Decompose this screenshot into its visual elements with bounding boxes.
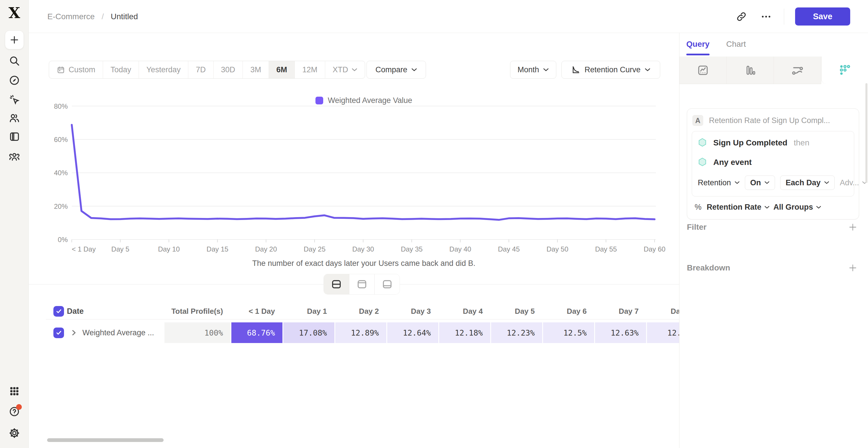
svg-text:80%: 80% [54, 102, 68, 110]
add-filter-button[interactable] [846, 221, 859, 234]
user-group-icon[interactable] [8, 150, 21, 163]
ellipsis-icon [761, 11, 772, 22]
column-header-total-profile-s[interactable]: Total Profile(s) [164, 307, 230, 316]
tab-chart[interactable]: Chart [726, 33, 746, 55]
retention-report-button[interactable] [821, 57, 868, 84]
retention-cell-day-2[interactable]: 12.89% [334, 322, 386, 343]
event-definition-card: Sign Up Completed then Any event Retenti… [692, 131, 854, 197]
expand-row-icon[interactable] [71, 329, 76, 336]
link-icon [736, 11, 747, 22]
breadcrumb-separator: / [102, 12, 104, 21]
cursor-click-icon[interactable] [8, 93, 21, 106]
more-options-button[interactable] [759, 10, 773, 24]
horizontal-scrollbar-thumb[interactable] [47, 438, 164, 442]
svg-text:Day 40: Day 40 [450, 245, 471, 253]
top-bar-view-icon [357, 279, 367, 289]
search-icon[interactable] [8, 55, 21, 67]
column-header-day-3[interactable]: Day 3 [386, 307, 438, 316]
svg-text:Day 35: Day 35 [401, 245, 423, 253]
flows-icon [791, 64, 804, 77]
chart-x-axis-caption: The number of exact days later your User… [72, 259, 656, 268]
query-panel: Query Chart A Retention Rate of S [679, 33, 868, 448]
retention-type-dropdown[interactable]: Retention [698, 178, 740, 187]
insights-icon [697, 64, 709, 76]
svg-text:Day 60: Day 60 [644, 245, 665, 253]
advanced-dropdown[interactable]: Adv... [840, 178, 867, 187]
vertical-scrollbar-thumb[interactable] [865, 83, 867, 183]
top-bar: E-Commerce / Untitled Save [29, 0, 868, 33]
users-icon[interactable] [8, 111, 21, 124]
column-header-day-8[interactable]: Day 8 [646, 307, 679, 316]
retention-cell-day-4[interactable]: 12.18% [438, 322, 490, 343]
apps-grid-icon[interactable] [8, 385, 21, 398]
mixpanel-logo[interactable]: X [0, 4, 29, 22]
retention-line-chart: 0%20%40%60%80%< 1 DayDay 5Day 10Day 15Da… [29, 33, 679, 271]
compass-icon[interactable] [8, 74, 21, 87]
breadcrumb-report-title[interactable]: Untitled [111, 12, 138, 21]
copy-link-button[interactable] [735, 10, 748, 24]
column-header-day-1[interactable]: Day 1 [282, 307, 334, 316]
save-button[interactable]: Save [795, 7, 850, 26]
breakdown-label: Breakdown [687, 263, 730, 273]
bar-chart-report-button[interactable] [727, 57, 774, 84]
retention-icon [838, 64, 851, 77]
flows-report-button[interactable] [774, 57, 821, 84]
report-type-selector [679, 57, 868, 84]
tab-query[interactable]: Query [686, 33, 710, 55]
column-header-date[interactable]: Date [67, 307, 84, 316]
svg-text:Day 25: Day 25 [304, 245, 326, 253]
settings-icon[interactable] [8, 427, 21, 439]
topbar-divider [784, 9, 784, 25]
retention-table: DateTotal Profile(s)< 1 DayDay 1Day 2Day… [46, 304, 679, 343]
column-header-day-2[interactable]: Day 2 [334, 307, 386, 316]
plus-icon [9, 35, 19, 45]
table-header-row: DateTotal Profile(s)< 1 DayDay 1Day 2Day… [46, 304, 679, 319]
svg-text:Day 20: Day 20 [255, 245, 277, 253]
chart-only-view-button[interactable] [349, 274, 374, 294]
series-title[interactable]: Retention Rate of Sign Up Compl... [709, 116, 830, 125]
insights-report-button[interactable] [679, 57, 727, 84]
retention-cell-day-3[interactable]: 12.64% [386, 322, 438, 343]
retention-cell-day-8[interactable]: 12.4% [646, 322, 679, 343]
retention-cell-day-5[interactable]: 12.23% [490, 322, 542, 343]
column-header-day-6[interactable]: Day 6 [542, 307, 594, 316]
column-header-day-5[interactable]: Day 5 [490, 307, 542, 316]
return-event-row[interactable]: Any event [692, 152, 854, 172]
groups-dropdown[interactable]: All Groups [774, 203, 821, 212]
retention-cell-day-7[interactable]: 12.63% [594, 322, 646, 343]
event-hexagon-icon [698, 138, 707, 148]
column-header-1-day[interactable]: < 1 Day [230, 307, 282, 316]
breadcrumb-project[interactable]: E-Commerce [48, 12, 95, 21]
svg-text:0%: 0% [58, 236, 68, 243]
first-event-row[interactable]: Sign Up Completed then [692, 133, 854, 152]
svg-text:< 1 Day: < 1 Day [72, 245, 96, 253]
combined-view-button[interactable] [324, 274, 349, 294]
svg-text:Day 10: Day 10 [158, 245, 180, 253]
row-checkbox[interactable] [53, 328, 64, 338]
event-hexagon-icon [698, 158, 707, 167]
add-breakdown-button[interactable] [846, 262, 859, 274]
retention-cell-day-6[interactable]: 12.5% [542, 322, 594, 343]
retention-on-dropdown[interactable]: On [745, 175, 775, 190]
svg-text:40%: 40% [54, 169, 68, 177]
column-header-day-4[interactable]: Day 4 [438, 307, 490, 316]
view-layout-toggle [324, 274, 400, 294]
retention-cell-total-profile-s[interactable]: 100% [164, 322, 230, 343]
breadcrumb: E-Commerce / Untitled [48, 0, 138, 33]
svg-text:Day 15: Day 15 [207, 245, 228, 253]
frequency-dropdown[interactable]: Each Day [780, 175, 835, 190]
create-new-button[interactable] [5, 30, 24, 49]
retention-cell-1-day[interactable]: 68.76% [230, 322, 282, 343]
row-checkbox[interactable] [53, 306, 64, 317]
svg-text:20%: 20% [54, 203, 68, 210]
bottom-bar-view-icon [382, 279, 392, 289]
svg-text:Day 45: Day 45 [498, 245, 520, 253]
report-canvas: CustomTodayYesterday7D30D3M6M12MXTD Comp… [29, 33, 679, 448]
table-only-view-button[interactable] [374, 274, 400, 294]
board-icon[interactable] [8, 130, 21, 143]
help-icon[interactable] [8, 405, 21, 418]
table-row: Weighted Average ...100%68.76%17.08%12.8… [46, 322, 679, 343]
column-header-day-7[interactable]: Day 7 [594, 307, 646, 316]
measure-dropdown[interactable]: Retention Rate [707, 203, 770, 212]
retention-cell-day-1[interactable]: 17.08% [282, 322, 334, 343]
